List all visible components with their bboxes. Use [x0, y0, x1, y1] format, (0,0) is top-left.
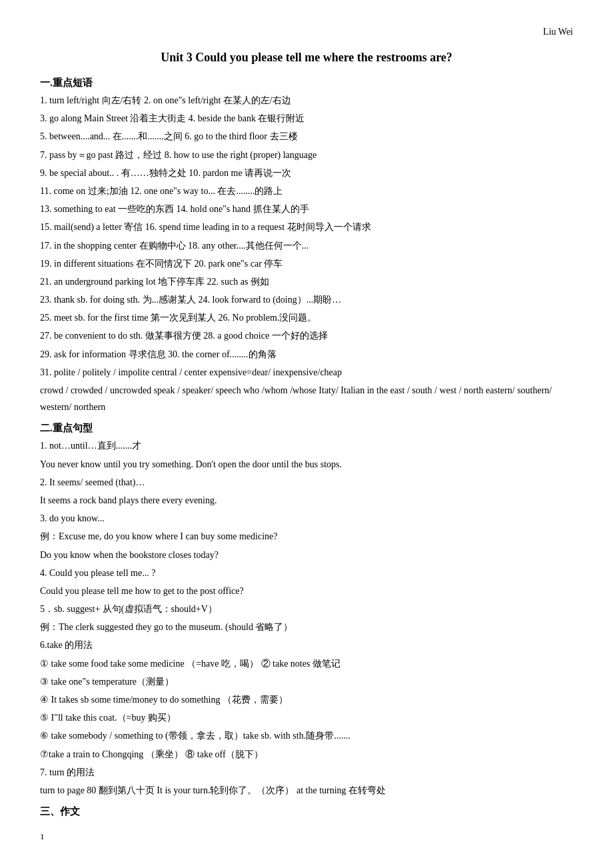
list-item: Could you please tell me how to get to t… [40, 583, 573, 599]
list-item: 21. an underground parking lot 地下停车库 22.… [40, 273, 573, 290]
list-item: ⑦take a train to Chongqing （乘坐） ⑧ take o… [40, 746, 573, 763]
list-item: 11. come on 过来;加油 12. one one"s way to..… [40, 183, 573, 199]
section1-content: 1. turn left/right 向左/右转 2. on one"s lef… [40, 92, 573, 415]
list-item: 27. be convenient to do sth. 做某事很方便 28. … [40, 327, 573, 344]
list-item: 15. mail(send) a letter 寄信 16. spend tim… [40, 219, 573, 235]
list-item: 2. It seems/ seemed (that)… [40, 474, 573, 491]
list-item: 31. polite / politely / impolite central… [40, 364, 573, 381]
list-item: 5. between....and... 在.......和.......之间 … [40, 128, 573, 145]
list-item: Do you know when the bookstore closes to… [40, 547, 573, 563]
section2-content: 1. not…until…直到.......才 You never know u… [40, 437, 573, 799]
list-item: 25. meet sb. for the first time 第一次见到某人 … [40, 309, 573, 326]
list-item: 13. something to eat 一些吃的东西 14. hold one… [40, 201, 573, 217]
section2-title: 二.重点句型 [40, 422, 573, 435]
list-item: ① take some food take some medicine （=ha… [40, 655, 573, 672]
list-item: ④ It takes sb some time/money to do some… [40, 691, 573, 708]
list-item: 3. do you know... [40, 510, 573, 527]
list-item: ⑥ take somebody / something to (带领，拿去，取）… [40, 727, 573, 744]
list-item: 23. thank sb. for doing sth. 为...感谢某人 24… [40, 291, 573, 308]
section3-title: 三、作文 [40, 805, 573, 818]
list-item: crowd / crowded / uncrowded speak / spea… [40, 382, 573, 415]
list-item: 1. not…until…直到.......才 [40, 437, 573, 454]
section1-title: 一.重点短语 [40, 77, 573, 89]
list-item: 例：The clerk suggested they go to the mus… [40, 619, 573, 635]
list-item: 1. turn left/right 向左/右转 2. on one"s lef… [40, 92, 573, 109]
list-item: 19. in different situations 在不同情况下 20. p… [40, 255, 573, 272]
list-item: turn to page 80 翻到第八十页 It is your turn.轮… [40, 782, 573, 799]
list-item: 7. turn 的用法 [40, 764, 573, 781]
list-item: 17. in the shopping center 在购物中心 18. any… [40, 237, 573, 254]
list-item: 6.take 的用法 [40, 637, 573, 653]
list-item: 例：Excuse me, do you know where I can buy… [40, 528, 573, 545]
list-item: 5．sb. suggest+ 从句(虚拟语气：should+V） [40, 601, 573, 617]
list-item: 29. ask for information 寻求信息 30. the cor… [40, 346, 573, 363]
list-item: ③ take one"s temperature（测量） [40, 673, 573, 690]
author: Liu Wei [40, 27, 573, 37]
list-item: ⑤ I"ll take this coat.（=buy 购买） [40, 709, 573, 726]
list-item: 9. be special about.. . 有……独特之处 10. pard… [40, 165, 573, 181]
list-item: You never know until you try something. … [40, 456, 573, 473]
list-item: It seems a rock band plays there every e… [40, 492, 573, 509]
page-title: Unit 3 Could you please tell me where th… [40, 51, 573, 65]
list-item: 7. pass by＝go past 路过，经过 8. how to use t… [40, 147, 573, 163]
list-item: 4. Could you please tell me... ? [40, 565, 573, 581]
page-number: 1 [40, 831, 573, 842]
list-item: 3. go along Main Street 沿着主大街走 4. beside… [40, 110, 573, 127]
